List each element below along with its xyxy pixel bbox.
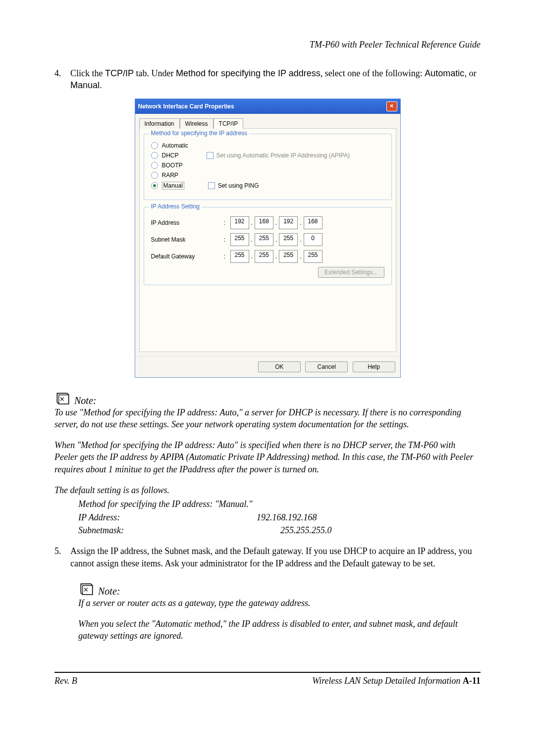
tab-tcpip[interactable]: TCP/IP (214, 118, 244, 129)
step-number: 4. (54, 67, 70, 92)
step-5: 5. Assign the IP address, the Subnet mas… (54, 545, 481, 569)
ip-octet-4[interactable]: 168 (304, 216, 322, 229)
footer-page: A-11 (463, 676, 481, 686)
method-legend: Method for specifying the IP address (149, 130, 250, 137)
radio-rarp[interactable] (151, 172, 158, 179)
radio-automatic[interactable] (151, 142, 158, 149)
note-heading: Note: (54, 582, 481, 597)
note-paragraph: When you select the "Automatic method," … (54, 618, 481, 642)
note-paragraph: If a server or router acts as a gateway,… (54, 597, 481, 609)
text: TCP/IP (105, 68, 134, 78)
radio-manual[interactable] (151, 182, 158, 189)
default-subnet-label: Subnetmask: (78, 524, 257, 536)
nic-properties-dialog: Network Interface Card Properties × Info… (135, 99, 401, 378)
gateway-octet-4[interactable]: 255 (304, 250, 322, 263)
gateway-octet-2[interactable]: 255 (255, 250, 273, 263)
radio-bootp[interactable] (151, 162, 158, 169)
default-ip-label: IP Address: (78, 511, 257, 523)
colon: : (220, 219, 229, 226)
ok-button[interactable]: OK (258, 361, 301, 372)
note-label: Note: (74, 395, 96, 406)
text: Automatic, (425, 68, 467, 78)
note-label: Note: (98, 586, 120, 597)
ip-octet-2[interactable]: 168 (255, 216, 273, 229)
text: or (467, 68, 477, 78)
default-method: Method for specifying the IP address: "M… (54, 498, 481, 510)
checkbox-apipa-label: Set using Automatic Private IP Addressin… (216, 152, 350, 159)
radio-rarp-label: RARP (162, 172, 207, 179)
tab-panel: Method for specifying the IP address Aut… (139, 128, 396, 352)
extended-settings-button[interactable]: Extended Settings... (318, 267, 384, 278)
ip-legend: IP Address Setting (149, 203, 202, 210)
ip-address-label: IP Address (151, 219, 220, 226)
note-icon (54, 392, 71, 406)
tab-wireless[interactable]: Wireless (180, 118, 214, 129)
radio-manual-label: Manual (162, 182, 184, 190)
radio-dhcp[interactable] (151, 152, 158, 159)
default-subnet-value: 255.255.255.0 (257, 524, 332, 536)
dialog-buttons: OK Cancel Help (135, 356, 400, 377)
colon: : (220, 236, 229, 243)
gateway-label: Default Gateway (151, 253, 220, 260)
text: Manual. (70, 80, 102, 90)
ip-octet-3[interactable]: 192 (279, 216, 298, 229)
dialog-title: Network Interface Card Properties (138, 103, 234, 110)
radio-automatic-label: Automatic (162, 142, 207, 149)
text: Method for specifying the IP address (176, 68, 321, 78)
subnet-octet-2[interactable]: 255 (255, 233, 273, 246)
step-4: 4. Click the TCP/IP tab. Under Method fo… (54, 67, 481, 92)
note-paragraph: When "Method for specifying the IP addre… (54, 439, 481, 475)
note-paragraph: To use "Method for specifying the IP add… (54, 406, 481, 431)
ip-octet-1[interactable]: 192 (230, 216, 249, 229)
subnet-octet-4[interactable]: 0 (304, 233, 322, 246)
gateway-octet-1[interactable]: 255 (230, 250, 249, 263)
checkbox-ping-label: Set using PING (218, 182, 259, 189)
subnet-octet-1[interactable]: 255 (230, 233, 249, 246)
default-ip-value: 192.168.192.168 (257, 511, 317, 523)
step-number: 5. (54, 545, 70, 569)
text: , select one of the following: (321, 68, 425, 78)
text: tab. Under (134, 68, 176, 78)
checkbox-apipa[interactable] (207, 152, 214, 159)
close-icon: × (390, 102, 394, 109)
checkbox-ping[interactable] (208, 182, 215, 189)
close-button[interactable]: × (386, 101, 397, 111)
gateway-octet-3[interactable]: 255 (279, 250, 298, 263)
radio-dhcp-label: DHCP (162, 152, 207, 159)
radio-bootp-label: BOOTP (162, 162, 207, 169)
help-button[interactable]: Help (353, 361, 395, 372)
note-heading: Note: (54, 392, 481, 406)
footer-section: Wireless LAN Setup Detailed Information (312, 676, 463, 686)
subnet-octet-3[interactable]: 255 (279, 233, 298, 246)
note-icon (78, 582, 95, 597)
method-fieldset: Method for specifying the IP address Aut… (144, 134, 392, 200)
dialog-titlebar: Network Interface Card Properties × (135, 99, 400, 114)
page-footer: Rev. B Wireless LAN Setup Detailed Infor… (54, 672, 481, 686)
footer-rev: Rev. B (54, 676, 77, 686)
ip-fieldset: IP Address Setting IP Address : 192. 168… (144, 207, 392, 285)
defaults-intro: The default setting is as follows. (54, 484, 481, 496)
step-text: Assign the IP address, the Subnet mask, … (70, 545, 481, 569)
tabs: Information Wireless TCP/IP (135, 114, 400, 128)
tab-information[interactable]: Information (139, 118, 180, 129)
colon: : (220, 253, 229, 260)
subnet-label: Subnet Mask (151, 236, 220, 243)
page-header: TM-P60 with Peeler Technical Reference G… (54, 40, 481, 50)
text: Click the (70, 68, 105, 78)
cancel-button[interactable]: Cancel (305, 361, 348, 372)
